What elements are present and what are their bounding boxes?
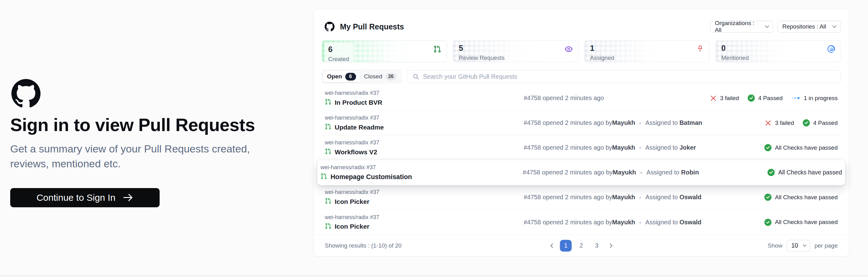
signin-section: Sign in to view Pull Requests Get a summ… — [10, 79, 270, 207]
panel-footer: Showing results : (1-10) of 20 1 2 3 Sho… — [314, 234, 849, 256]
pr-assigned-text: Assigned to — [647, 169, 681, 176]
pr-left-column: wei-harness/radix #37In Product BVR — [325, 90, 524, 106]
previous-page-button[interactable] — [547, 240, 556, 252]
github-logo — [11, 79, 270, 109]
per-page-control: Show 10 per page — [768, 240, 838, 252]
tab-closed-label: Closed — [364, 73, 382, 80]
pull-request-list: wei-harness/radix #37In Product BVR#4758… — [322, 86, 841, 234]
stat-card-mentioned[interactable]: 0 Mentioned — [715, 40, 841, 62]
pr-checks: 3 failed4 Passed — [765, 119, 838, 127]
pr-opened-text: #4758 opened 2 minutes ago by — [524, 119, 612, 127]
pr-assigned-text: Assigned to — [645, 144, 679, 151]
pr-opened-text: #4758 opened 2 minutes ago by — [523, 169, 613, 176]
check-status-failed: 3 failed — [710, 95, 739, 102]
signin-subtitle: Get a summary view of your Pull Requests… — [10, 141, 258, 171]
results-summary: Showing results : (1-10) of 20 — [325, 242, 402, 249]
dot-separator: ● — [639, 220, 642, 225]
pr-opened-text: #4758 opened 2 minutes ago by — [524, 194, 612, 201]
search-input[interactable] — [423, 73, 836, 80]
pr-assignee: Joker — [679, 144, 696, 151]
pagination: 1 2 3 — [547, 240, 616, 252]
pr-assigned-text: Assigned to — [645, 194, 679, 201]
check-status-passed: All Checks have passed — [768, 169, 842, 176]
pr-title[interactable]: In Product BVR — [335, 99, 382, 106]
panel-title: My Pull Requests — [340, 22, 404, 31]
pr-title[interactable]: Workflows V2 — [335, 148, 377, 156]
pr-repo-label: wei-harness/radix #37 — [320, 164, 523, 171]
check-status-label: 3 failed — [775, 119, 794, 127]
stat-card-review-requests[interactable]: 5 Review Requests — [453, 40, 578, 62]
pr-repo-label: wei-harness/radix #37 — [325, 214, 524, 221]
pr-title[interactable]: Icon Picker — [335, 223, 369, 230]
stat-mentioned-value: 0 — [721, 44, 835, 53]
my-pull-requests-panel: My Pull Requests Organizations : All Rep… — [313, 9, 849, 256]
repositories-filter-label: Repositories : All — [782, 23, 826, 30]
pull-request-row[interactable]: wei-harness/radix #37Icon Picker#4758 op… — [322, 210, 841, 234]
chevron-down-icon — [832, 25, 837, 28]
pr-author: Mayukh — [612, 219, 635, 226]
pr-author: Mayukh — [612, 144, 635, 151]
pr-title[interactable]: Icon Picker — [335, 198, 369, 205]
organizations-filter-label: Organizations : All — [715, 20, 762, 33]
pull-request-row[interactable]: wei-harness/radix #37In Product BVR#4758… — [322, 86, 841, 111]
panel-header: My Pull Requests Organizations : All Rep… — [324, 19, 841, 35]
filter-row: Open 6 Closed 26 — [322, 70, 841, 83]
check-status-passed: All Checks have passed — [764, 219, 838, 226]
check-status-label: All Checks have passed — [778, 169, 842, 176]
pr-assignee: Oswald — [679, 219, 701, 226]
pr-title-line: In Product BVR — [325, 99, 524, 106]
pr-title-line: Icon Picker — [325, 198, 524, 205]
pin-icon — [696, 45, 704, 52]
check-status-label: All Checks have passed — [775, 194, 838, 201]
passed-icon — [764, 194, 772, 201]
pr-title-line: Homepage Customisation — [320, 173, 523, 181]
pr-repo-label: wei-harness/radix #37 — [325, 189, 524, 195]
next-page-button[interactable] — [606, 240, 616, 252]
page-button-2[interactable]: 2 — [576, 240, 587, 252]
organizations-filter-dropdown[interactable]: Organizations : All — [710, 21, 773, 32]
pull-request-icon — [325, 148, 331, 156]
pull-request-icon — [325, 198, 331, 205]
pr-meta: #4758 opened 2 minutes ago by Mayukh●Ass… — [524, 219, 702, 226]
pr-opened-text: #4758 opened 2 minutes ago — [524, 94, 604, 102]
tab-open[interactable]: Open 6 — [323, 71, 360, 82]
status-filter-tabs: Open 6 Closed 26 — [322, 70, 402, 83]
repositories-filter-dropdown[interactable]: Repositories : All — [778, 21, 841, 32]
page-button-3[interactable]: 3 — [591, 240, 602, 252]
pr-repo-label: wei-harness/radix #37 — [325, 90, 524, 96]
pr-left-column: wei-harness/radix #37Update Readme — [325, 115, 524, 131]
passed-icon — [748, 94, 755, 102]
page-size-dropdown[interactable]: 10 — [787, 240, 810, 252]
pull-request-row[interactable]: wei-harness/radix #37Workflows V2#4758 o… — [322, 135, 841, 160]
check-status-label: 1 in progress — [804, 95, 838, 102]
check-status-label: All Checks have passed — [775, 219, 838, 226]
page-button-1[interactable]: 1 — [560, 240, 572, 252]
check-status-failed: 3 failed — [765, 119, 794, 127]
pull-request-row[interactable]: wei-harness/radix #37Icon Picker#4758 op… — [322, 185, 841, 210]
pr-title[interactable]: Homepage Customisation — [330, 173, 412, 181]
check-status-label: 3 failed — [720, 95, 739, 102]
pull-request-icon — [433, 45, 441, 53]
pull-request-row[interactable]: wei-harness/radix #37Update Readme#4758 … — [322, 111, 841, 135]
check-status-label: 4 Passed — [758, 95, 783, 102]
pull-request-row[interactable]: wei-harness/radix #37Homepage Customisat… — [317, 160, 845, 185]
stat-review-requests-value: 5 — [459, 44, 572, 53]
stat-card-created[interactable]: 6 Created — [322, 40, 447, 62]
pull-request-icon — [320, 173, 327, 181]
stat-review-requests-label: Review Requests — [459, 55, 572, 61]
pull-request-icon — [325, 223, 331, 230]
pr-opened-text: #4758 opened 2 minutes ago by — [524, 144, 612, 151]
arrow-right-icon — [123, 193, 133, 202]
stat-created-value: 6 — [328, 45, 349, 54]
stat-card-assigned[interactable]: 1 Assigned — [584, 40, 710, 62]
pr-meta: #4758 opened 2 minutes ago by Mayukh●Ass… — [524, 119, 702, 127]
tab-closed[interactable]: Closed 26 — [360, 71, 401, 82]
pr-title[interactable]: Update Readme — [335, 123, 384, 131]
stats-row: 6 Created 5 Review Requests 1 Assigned 0… — [322, 40, 841, 62]
pr-checks: All Checks have passed — [764, 144, 838, 151]
failed-icon — [765, 119, 772, 127]
passed-icon — [768, 169, 775, 176]
continue-sign-in-button[interactable]: Continue to Sign In — [10, 188, 160, 207]
github-icon — [324, 22, 335, 32]
pr-meta: #4758 opened 2 minutes ago by Mayukh●Ass… — [524, 194, 702, 201]
